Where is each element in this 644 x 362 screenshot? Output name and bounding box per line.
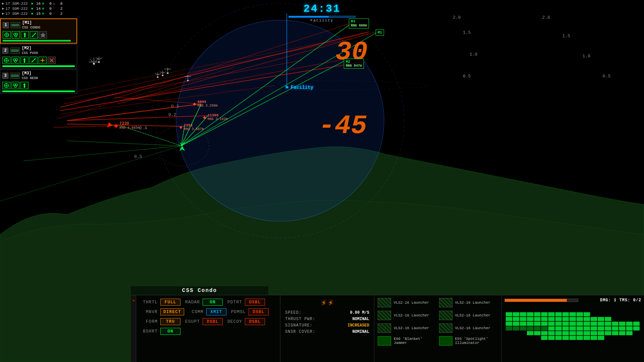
unit-action-x-2[interactable] [48, 57, 56, 64]
timer-progress-fill [289, 16, 329, 17]
missile-count-1: 16 [35, 2, 41, 6]
svg-point-87 [14, 60, 16, 62]
svg-rect-155 [633, 321, 640, 326]
pdmsl-label: PDMSL [229, 309, 246, 314]
unit-action-move-3[interactable] [20, 82, 29, 89]
svg-line-39 [155, 73, 158, 75]
radar-value[interactable]: ON [203, 299, 223, 306]
svg-rect-175 [527, 331, 534, 336]
weapon-icon-vls2 [439, 298, 452, 307]
unit-subname-1: CSS CONDO [22, 26, 40, 29]
svg-rect-128 [548, 317, 555, 321]
unit-icon-3 [10, 73, 20, 79]
svg-rect-134 [591, 317, 597, 321]
svg-marker-71 [23, 33, 26, 36]
pdtrt-value[interactable]: DSBL [245, 299, 265, 306]
timer-bar: 24:31 Facility [288, 3, 356, 22]
radar-label: RADAR [183, 300, 200, 305]
svg-marker-59 [107, 122, 112, 127]
unit-action-target-3[interactable] [2, 82, 10, 89]
mnvr-row: MNVR DIRECT COMM XMIT PDMSL DSBL [141, 308, 275, 315]
svg-line-7 [54, 126, 121, 127]
svg-rect-183 [584, 331, 590, 336]
svg-point-45 [167, 72, 169, 74]
unit-health-2 [2, 65, 75, 67]
missile-v3-2: 2 [56, 7, 62, 11]
map-unit-m2: M2 RNG 847m [344, 59, 364, 69]
svg-rect-130 [562, 317, 569, 321]
svg-point-41 [162, 75, 164, 76]
unit-card-3[interactable]: 3 [M3]CSS NEON [0, 69, 77, 94]
svg-rect-141 [534, 321, 541, 326]
weapon-icon-vls6 [439, 323, 452, 333]
unit-action-target-1[interactable] [3, 31, 11, 39]
decoy-value[interactable]: DSBL [245, 318, 265, 325]
svg-rect-98 [11, 75, 12, 76]
unit-action-special2-2[interactable] [39, 57, 47, 64]
svg-point-48 [187, 80, 189, 81]
thrtl-value[interactable]: FULL [160, 299, 180, 306]
missile-sym2-3: ♡ [53, 11, 55, 16]
form-label: FORM [141, 319, 158, 324]
svg-rect-151 [605, 321, 611, 326]
unit-action-special-1[interactable] [39, 31, 47, 39]
svg-line-13 [57, 67, 235, 119]
unit-num-3: 3 [2, 73, 8, 79]
svg-rect-154 [626, 321, 633, 326]
facility-flag-icon: ⚑ [285, 84, 289, 91]
map-unit-m1: M1 [376, 29, 384, 36]
unit-action-target-2[interactable] [2, 57, 10, 64]
unit-card-2[interactable]: 2 [M2]CSS PUSH [0, 44, 77, 69]
bshrt-label: BSHRT [141, 329, 158, 334]
unit-action-attack-1[interactable] [30, 31, 38, 39]
svg-rect-153 [619, 321, 626, 326]
weapon-icon-e55 [439, 336, 452, 346]
svg-rect-89 [24, 61, 25, 63]
mnvr-label: MNVR [141, 309, 158, 314]
form-value[interactable]: TRU [160, 318, 180, 325]
unit-action-group-2[interactable] [11, 57, 19, 64]
unit-num-2: 2 [2, 48, 8, 54]
svg-line-5 [67, 116, 208, 121]
svg-rect-181 [569, 331, 576, 336]
unit-name-3: [M3]CSS NEON [22, 71, 38, 80]
unit-action-move-1[interactable] [21, 31, 29, 39]
weapon-e90: E90 'Blanket'Jammer [378, 336, 437, 346]
svg-rect-164 [562, 326, 569, 330]
svg-point-70 [15, 35, 17, 37]
svg-rect-144 [555, 321, 562, 326]
missile-count-3: 15 [35, 12, 41, 16]
enemy-7230: ◆ 7230 RNG 4.885m [114, 121, 140, 130]
svg-rect-122 [506, 317, 513, 321]
svg-rect-159 [527, 326, 534, 330]
esupt-value[interactable]: DSBL [203, 318, 223, 325]
weapon-pair-2: VLS2-16 Launcher VLS2-16 Launcher [378, 311, 498, 322]
svg-rect-152 [612, 321, 619, 326]
svg-rect-196 [584, 336, 590, 340]
pdmsl-value[interactable]: DSBL [249, 308, 269, 315]
unit-card-1[interactable]: 1 [M1]CSS CONDO [0, 18, 77, 44]
weapon-name-e55: E55 'Spotlight'Illuminator [455, 337, 488, 345]
svg-rect-121 [584, 312, 590, 316]
comm-value[interactable]: XMIT [206, 308, 226, 315]
missile-sym2-1: ⚔ [53, 1, 55, 6]
unit-action-group-1[interactable] [12, 31, 20, 39]
unit-subname-2: CSS PUSH [22, 51, 38, 55]
mnvr-value[interactable]: DIRECT [160, 308, 184, 315]
svg-rect-170 [605, 326, 611, 330]
svg-point-54 [155, 126, 209, 166]
thrtl-label: THRTL [141, 300, 158, 305]
bshrt-value[interactable]: ON [160, 328, 180, 335]
unit-health-3 [2, 90, 75, 92]
svg-rect-197 [591, 336, 597, 340]
svg-rect-184 [591, 331, 597, 336]
svg-line-8 [114, 97, 201, 104]
thrust-val: NOMINAL [353, 317, 369, 321]
unit-action-move-2[interactable] [20, 57, 29, 64]
unit-action-group-3[interactable] [11, 82, 19, 89]
svg-rect-77 [12, 50, 18, 52]
svg-rect-60 [12, 24, 19, 26]
svg-rect-109 [24, 86, 25, 88]
unit-action-attack-2[interactable] [30, 57, 38, 64]
dmg-header: DMG: 1 TMS: 0/2 [600, 298, 641, 303]
